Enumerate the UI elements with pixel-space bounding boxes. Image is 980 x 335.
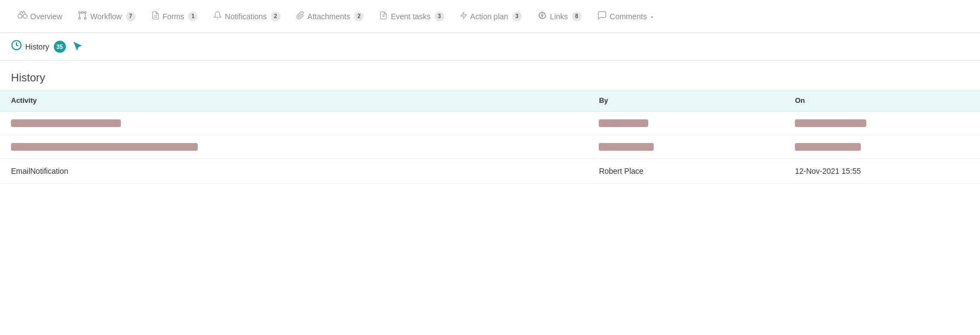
history-tab[interactable]: History 35: [11, 40, 83, 53]
table-cell-by: [588, 135, 784, 159]
action-plan-badge: 3: [512, 12, 522, 21]
nav-label-attachments: Attachments: [308, 12, 350, 21]
subheader: History 35: [0, 33, 980, 61]
lightning-icon: [460, 10, 467, 23]
section-title: History: [0, 61, 980, 90]
forms-badge: 1: [188, 12, 198, 21]
svg-rect-3: [82, 12, 83, 13]
nav-item-comments[interactable]: Comments -: [591, 6, 660, 27]
history-count-badge: 35: [54, 41, 66, 53]
column-header-activity: Activity: [0, 90, 588, 112]
links-icon: [537, 10, 547, 23]
table-cell-on: 12-Nov-2021 15:55: [784, 159, 980, 184]
workflow-icon: [77, 10, 87, 23]
redacted-on-bar: [795, 143, 861, 151]
links-badge: 8: [572, 12, 582, 21]
table-header-row: Activity By On: [0, 90, 980, 112]
redacted-activity-bar: [11, 143, 198, 151]
svg-rect-2: [79, 12, 81, 13]
nav-item-notifications[interactable]: Notifications 2: [207, 6, 287, 27]
table-row: [0, 112, 980, 135]
svg-marker-15: [461, 12, 467, 19]
nav-label-action-plan: Action plan: [470, 12, 508, 21]
nav-item-action-plan[interactable]: Action plan 3: [453, 6, 528, 27]
nav-item-forms[interactable]: Forms 1: [144, 6, 205, 27]
workflow-badge: 7: [126, 12, 136, 21]
nav-label-links: Links: [550, 12, 568, 21]
column-header-on: On: [784, 90, 980, 112]
clock-icon: [11, 40, 22, 53]
nav-item-event-tasks[interactable]: Event tasks 3: [372, 6, 450, 27]
table-cell-activity: EmailNotification: [0, 159, 588, 184]
binoculars-icon: [18, 10, 27, 23]
table-row: EmailNotification Robert Place 12-Nov-20…: [0, 159, 980, 184]
redacted-activity-bar: [11, 119, 121, 127]
nav-label-workflow: Workflow: [90, 12, 121, 21]
table-cell-on: [784, 135, 980, 159]
table-cell-by: [588, 112, 784, 135]
nav-label-overview: Overview: [30, 12, 62, 21]
redacted-on-bar: [795, 119, 866, 127]
attachments-badge: 2: [354, 12, 364, 21]
redacted-by-bar: [599, 143, 654, 151]
nav-item-links[interactable]: Links 8: [531, 6, 588, 27]
nav-item-overview[interactable]: Overview: [11, 6, 69, 27]
cursor-icon: [71, 40, 83, 53]
history-tab-label: History: [25, 42, 49, 51]
nav-label-notifications: Notifications: [225, 12, 266, 21]
nav-label-comments: Comments: [610, 12, 647, 21]
table-cell-activity: [0, 112, 588, 135]
column-header-by: By: [588, 90, 784, 112]
nav-label-forms: Forms: [163, 12, 185, 21]
forms-icon: [151, 10, 160, 23]
svg-rect-6: [85, 17, 86, 19]
notifications-badge: 2: [271, 12, 281, 21]
history-table: Activity By On: [0, 90, 980, 184]
comments-badge: -: [650, 12, 653, 21]
nav-label-event-tasks: Event tasks: [391, 12, 430, 21]
tasks-icon: [379, 10, 388, 23]
event-tasks-badge: 3: [435, 12, 444, 21]
nav-item-attachments[interactable]: Attachments 2: [289, 6, 371, 27]
table-cell-activity: [0, 135, 588, 159]
attachment-icon: [296, 10, 305, 23]
table-row: [0, 135, 980, 159]
top-navigation: Overview Workflow 7 Forms: [0, 0, 980, 33]
bell-icon: [213, 10, 222, 23]
comments-icon: [597, 10, 607, 23]
nav-item-workflow[interactable]: Workflow 7: [71, 6, 142, 27]
svg-rect-5: [79, 17, 81, 19]
redacted-by-bar: [599, 119, 648, 127]
table-cell-on: [784, 112, 980, 135]
svg-rect-4: [85, 12, 86, 13]
table-cell-by: Robert Place: [588, 159, 784, 184]
